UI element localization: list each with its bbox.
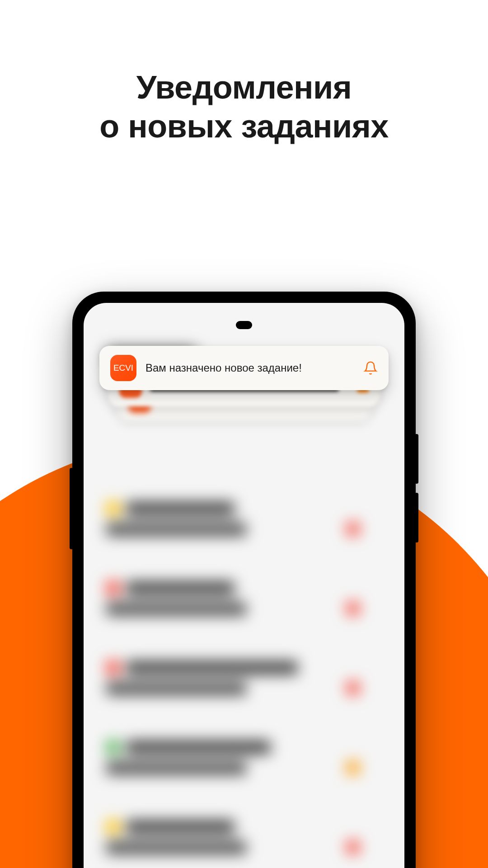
page-headline: Уведомления о новых заданиях xyxy=(0,0,488,146)
notification-message: Вам назначено новое задание! xyxy=(145,362,357,374)
phone-side-button xyxy=(415,493,418,542)
app-icon-label: ECVI xyxy=(113,363,133,373)
phone-side-button xyxy=(70,468,73,549)
phone-side-button xyxy=(415,434,418,484)
notification-card[interactable]: ECVI Вам назначено новое задание! xyxy=(99,346,389,390)
phone-screen: ECVI Вам назначено новое задание! xyxy=(84,303,404,868)
notification-stack: ECVI Вам назначено новое задание! xyxy=(99,346,389,420)
app-icon: ECVI xyxy=(110,355,136,381)
bell-icon xyxy=(363,361,378,375)
headline-line-1: Уведомления xyxy=(136,69,352,105)
camera-notch xyxy=(236,321,252,329)
headline-line-2: о новых заданиях xyxy=(99,108,389,144)
phone-mockup: ECVI Вам назначено новое задание! xyxy=(72,292,416,868)
